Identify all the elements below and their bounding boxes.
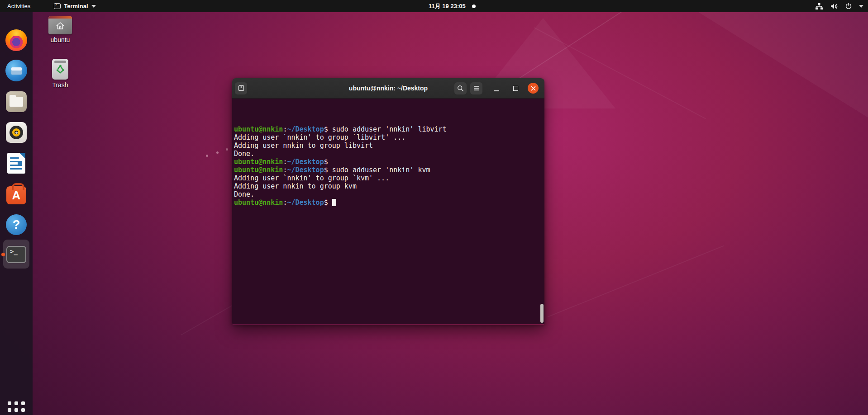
files-icon: [6, 91, 27, 112]
power-icon: [845, 3, 852, 10]
terminal-window: ubuntu@nnkin: ~/Desktop: [232, 78, 544, 325]
running-indicator-dot: [1, 253, 5, 256]
top-bar: Activities Terminal 11月 19 23:05: [0, 0, 868, 12]
notification-dot-icon: [472, 5, 476, 8]
volume-icon: [830, 3, 838, 10]
terminal-line: ubuntu@nnkin:~/Desktop$: [234, 158, 543, 166]
dock-item-firefox[interactable]: [0, 27, 33, 54]
terminal-line: ubuntu@nnkin:~/Desktop$ sudo adduser 'nn…: [234, 166, 543, 174]
window-titlebar[interactable]: ubuntu@nnkin: ~/Desktop: [232, 78, 544, 99]
terminal-text-segment: $: [324, 158, 328, 166]
terminal-text-segment: ~/Desktop: [287, 166, 324, 174]
maximize-icon: [513, 86, 518, 91]
terminal-text-segment: $: [324, 198, 332, 207]
terminal-text-segment: ~/Desktop: [287, 158, 324, 166]
show-applications-button[interactable]: [0, 396, 33, 415]
trash-icon: [52, 59, 68, 80]
network-wired-icon: [815, 3, 823, 10]
terminal-text-segment: ubuntu@nnkin: [234, 166, 283, 174]
dock-item-terminal[interactable]: [0, 241, 33, 268]
terminal-line: Adding user nnkin to group kvm: [234, 182, 543, 190]
system-status-area[interactable]: [815, 0, 863, 12]
terminal-text-segment: Adding user nnkin to group libvirt: [234, 141, 373, 150]
chevron-down-icon: [91, 5, 96, 8]
libreoffice-writer-icon: [7, 153, 25, 174]
terminal-output[interactable]: ubuntu@nnkin:~/Desktop$ sudo adduser 'nn…: [232, 99, 544, 324]
wallpaper-dot: [226, 148, 228, 151]
dock-item-libreoffice-writer[interactable]: [0, 150, 33, 177]
wallpaper-dot: [216, 151, 219, 154]
terminal-text-segment: Adding user `nnkin' to group `libvirt' .…: [234, 133, 405, 141]
new-tab-button[interactable]: [235, 82, 247, 94]
wallpaper-dot: [206, 155, 208, 157]
new-tab-icon: [238, 85, 245, 92]
terminal-text-segment: $ sudo adduser 'nnkin' kvm: [324, 166, 430, 174]
terminal-line: ubuntu@nnkin:~/Desktop$: [234, 198, 543, 207]
dock-item-ubuntu-software[interactable]: A: [0, 180, 33, 208]
app-grid-icon: [8, 401, 25, 415]
terminal-text-segment: Done.: [234, 150, 254, 158]
terminal-line: Done.: [234, 190, 543, 198]
app-menu-label: Terminal: [64, 3, 88, 9]
hamburger-menu-icon: [473, 85, 480, 91]
dock-item-help[interactable]: ?: [0, 211, 33, 238]
rhythmbox-icon: [6, 122, 27, 143]
dock: A ?: [0, 12, 33, 415]
firefox-icon: [5, 29, 27, 51]
terminal-text-segment: ~/Desktop: [287, 125, 324, 133]
terminal-cursor: [332, 199, 336, 206]
terminal-text-segment: ubuntu@nnkin: [234, 198, 283, 207]
terminal-text-segment: ubuntu@nnkin: [234, 125, 283, 133]
search-icon: [457, 85, 464, 92]
activities-button[interactable]: Activities: [0, 0, 38, 12]
ubuntu-software-icon: A: [6, 186, 26, 204]
dock-item-files[interactable]: [0, 88, 33, 115]
terminal-line: Adding user nnkin to group libvirt: [234, 141, 543, 150]
terminal-text-segment: $ sudo adduser 'nnkin' libvirt: [324, 125, 447, 133]
clock-label: 11月 19 23:05: [429, 2, 466, 10]
chevron-down-icon: [859, 5, 863, 8]
maximize-button[interactable]: [511, 82, 520, 94]
minimize-button[interactable]: [492, 82, 501, 94]
terminal-line: Adding user `nnkin' to group `kvm' ...: [234, 174, 543, 182]
scrollbar-thumb[interactable]: [540, 304, 544, 323]
clock-menu[interactable]: 11月 19 23:05: [429, 0, 476, 12]
app-menu-terminal[interactable]: Terminal: [50, 0, 99, 12]
desktop-icon-label: ubuntu: [51, 36, 70, 43]
terminal-text-segment: Adding user `nnkin' to group `kvm' ...: [234, 174, 389, 182]
terminal-text-segment: Adding user nnkin to group kvm: [234, 182, 357, 190]
help-icon: ?: [6, 214, 27, 235]
home-folder-icon: [48, 16, 72, 34]
terminal-line: Adding user `nnkin' to group `libvirt' .…: [234, 133, 543, 141]
terminal-text-segment: ~/Desktop: [287, 198, 324, 207]
wallpaper-triangle: [679, 0, 868, 118]
desktop-icon-label: Trash: [52, 81, 68, 89]
desktop-icon-home[interactable]: ubuntu: [41, 16, 80, 43]
terminal-text-segment: ubuntu@nnkin: [234, 158, 283, 166]
close-button[interactable]: [528, 83, 539, 94]
minimize-icon: [494, 90, 499, 91]
terminal-icon: [6, 246, 26, 263]
terminal-app-icon: [54, 3, 61, 9]
thunderbird-icon: [5, 60, 27, 81]
wallpaper-line: [548, 245, 724, 317]
menu-button[interactable]: [470, 82, 482, 94]
dock-item-thunderbird[interactable]: [0, 57, 33, 84]
terminal-text-segment: Done.: [234, 190, 254, 198]
desktop-icon-trash[interactable]: Trash: [41, 59, 80, 89]
close-icon: [531, 86, 536, 91]
activities-label: Activities: [7, 3, 30, 9]
terminal-line: Done.: [234, 150, 543, 158]
dock-item-rhythmbox[interactable]: [0, 119, 33, 146]
search-button[interactable]: [454, 82, 467, 94]
terminal-line: ubuntu@nnkin:~/Desktop$ sudo adduser 'nn…: [234, 125, 543, 133]
